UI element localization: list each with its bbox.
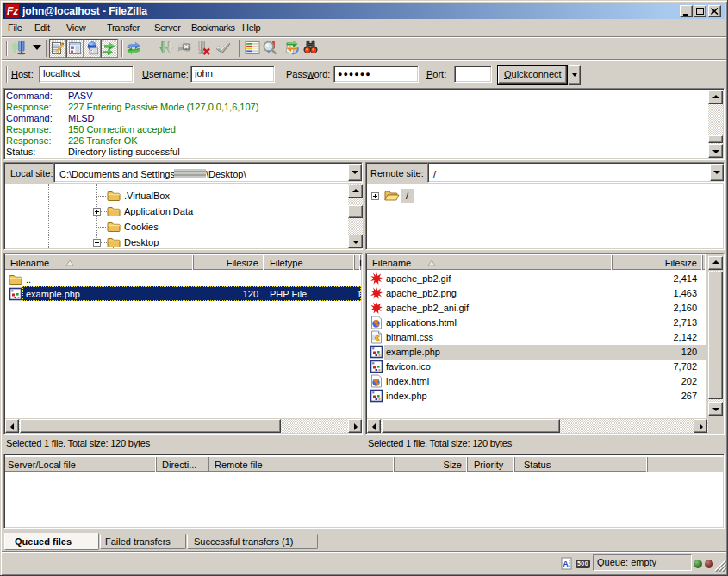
svg-text:Fz: Fz [7,5,18,17]
svg-text:A: A [563,560,569,568]
